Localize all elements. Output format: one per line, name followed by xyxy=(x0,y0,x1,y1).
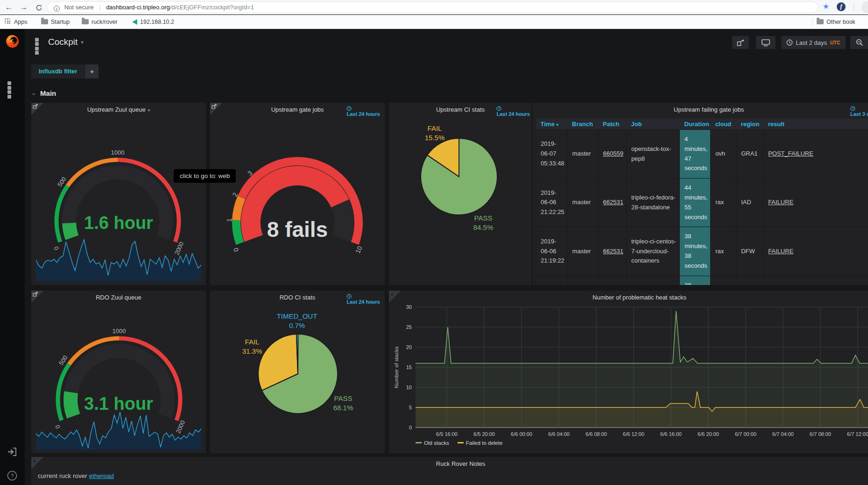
etherpad-link[interactable]: etherpad xyxy=(89,472,114,479)
gate-jobs-gauge: 012310 xyxy=(210,103,385,285)
bookmark-ruck-rover[interactable]: ruck/rover xyxy=(82,15,118,29)
svg-text:5: 5 xyxy=(409,405,412,410)
dashboard-header: Cockpit ▾ xyxy=(35,35,84,49)
column-header-region[interactable]: region xyxy=(736,119,763,130)
svg-text:15: 15 xyxy=(406,364,412,370)
cell-job: tripleo-ci-centos-7-undercloud-container… xyxy=(626,227,679,276)
panel-time-label[interactable]: Last 24 hours xyxy=(346,106,380,117)
share-button[interactable] xyxy=(732,36,749,49)
panel-heat-stacks: i Number of problematic heat stacks 0510… xyxy=(389,291,868,453)
column-header-cloud[interactable]: cloud xyxy=(711,119,736,130)
row-header-main[interactable]: ⌄ Main xyxy=(31,87,56,99)
cell-result[interactable]: FAILURE xyxy=(763,276,868,285)
bookmark-startup[interactable]: Startup xyxy=(41,15,70,29)
svg-text:6/7 00:00: 6/7 00:00 xyxy=(735,431,756,437)
failing-jobs-table: Time▾BranchPatchJobDurationcloudregionre… xyxy=(536,119,868,285)
dashboards-nav-icon[interactable] xyxy=(7,81,16,92)
svg-text:6/7 12:00: 6/7 12:00 xyxy=(847,431,868,437)
panel-title[interactable]: Upstream failing gate jobs xyxy=(533,106,868,113)
pie-slice-label: FAIL15.5% xyxy=(425,124,445,143)
svg-text:Number of stacks: Number of stacks xyxy=(394,346,399,388)
svg-text:10: 10 xyxy=(406,385,412,390)
cell-region: IAD xyxy=(736,178,763,227)
svg-text:20: 20 xyxy=(406,344,412,350)
zoom-out-button[interactable] xyxy=(850,36,868,49)
url-bar[interactable]: i Not secure | dashboard-ci.tripleo.org/… xyxy=(47,1,818,13)
panel-title[interactable]: Upstream Zuul queue▾ xyxy=(31,106,206,113)
tooltip: click to go to: web xyxy=(174,169,236,183)
add-filter-button[interactable]: + xyxy=(85,64,99,78)
notes-text: current ruck rover etherpad xyxy=(38,472,114,479)
cell-duration: 44 minutes, 55 seconds xyxy=(679,178,710,227)
svg-text:6/6 12:00: 6/6 12:00 xyxy=(623,431,644,437)
reload-icon[interactable] xyxy=(33,1,45,14)
svg-text:500: 500 xyxy=(56,176,68,188)
pie-slice-label: TIMED_OUT0.7% xyxy=(277,312,318,331)
cell-region: DFW xyxy=(736,227,763,276)
cell-result[interactable]: FAILURE xyxy=(763,178,868,227)
help-icon[interactable]: ? xyxy=(7,471,17,481)
sort-caret-icon: ▾ xyxy=(557,122,559,127)
cell-patch[interactable]: 662531 xyxy=(598,227,626,276)
bookmark-ip[interactable]: 192.168.10.2 xyxy=(132,15,174,29)
panel-upstream-zuul-queue: Upstream Zuul queue▾ 050010002000 1.6 ho… xyxy=(31,103,206,285)
chevron-down-icon[interactable]: ▾ xyxy=(81,39,84,45)
svg-text:2: 2 xyxy=(231,191,239,198)
cell-branch: master xyxy=(567,276,598,285)
apps-grid-icon xyxy=(5,18,11,25)
cell-time: 2019-06-06 21:19:22 xyxy=(536,227,568,276)
svg-text:500: 500 xyxy=(57,354,69,366)
tv-mode-button[interactable] xyxy=(756,36,776,49)
panel-time-label[interactable]: Last 24 hours xyxy=(496,106,530,117)
cell-region: ORD xyxy=(736,276,763,285)
cell-patch[interactable]: 662531 xyxy=(598,276,626,285)
forward-icon[interactable]: → xyxy=(18,1,30,14)
folder-icon xyxy=(817,19,824,24)
dashboard-title[interactable]: Cockpit xyxy=(48,37,78,47)
panel-rdo-ci-stats: RDO CI stats Last 24 hours PASS68.1%FAIL… xyxy=(210,291,385,453)
zuul-queue-gauge: 050010002000 xyxy=(31,103,206,285)
svg-text:6/5 16:00: 6/5 16:00 xyxy=(436,431,458,437)
svg-text:6/6 04:00: 6/6 04:00 xyxy=(548,431,570,437)
svg-text:1000: 1000 xyxy=(111,149,125,156)
submenu: Influxdb filter + xyxy=(31,64,99,78)
column-header-job[interactable]: Job xyxy=(626,119,679,130)
time-range-button[interactable]: Last 2 days UTC xyxy=(781,36,846,49)
legend-item[interactable]: Failed to delete xyxy=(458,440,503,446)
table-row: 2019-06-06 21:19:07master662531tripleo-c… xyxy=(536,276,868,285)
cell-result[interactable]: FAILURE xyxy=(763,227,868,276)
panel-title[interactable]: Ruck Rover Notes xyxy=(31,460,868,467)
apps-shortcut[interactable]: Apps xyxy=(5,15,28,29)
cell-result[interactable]: POST_FAILURE xyxy=(763,130,868,178)
svg-text:2000: 2000 xyxy=(173,241,185,256)
column-header-branch[interactable]: Branch xyxy=(567,119,598,130)
page-info-icon[interactable]: i xyxy=(54,6,60,12)
panel-title[interactable]: RDO Zuul queue xyxy=(31,294,206,301)
grafana-logo-icon[interactable] xyxy=(5,34,20,49)
table-row: 2019-06-06 21:22:25master662531tripleo-c… xyxy=(536,178,868,227)
back-icon[interactable]: ← xyxy=(3,1,15,14)
cell-patch[interactable]: 660559 xyxy=(598,130,626,178)
cell-region: GRA1 xyxy=(736,130,763,178)
bookmarks-bar: Apps Startup ruck/rover 192.168.10.2 Oth… xyxy=(0,15,868,29)
column-header-duration[interactable]: Duration xyxy=(679,119,710,130)
cell-job: openstack-tox-pep8 xyxy=(626,130,679,178)
cell-time: 2019-06-07 05:33:48 xyxy=(536,130,568,178)
bookmark-star-icon[interactable]: ★ xyxy=(823,2,829,11)
other-bookmarks[interactable]: Other book xyxy=(817,15,868,29)
legend-item[interactable]: Old stacks xyxy=(416,440,449,446)
column-header-patch[interactable]: Patch xyxy=(598,119,626,130)
panel-time-label[interactable]: Last 24 hours xyxy=(346,294,380,305)
profile-avatar[interactable] xyxy=(862,1,868,13)
heat-stacks-chart: 0510152025306/5 16:006/5 20:006/6 00:006… xyxy=(389,291,868,449)
folder-icon xyxy=(82,19,89,24)
upstream-ci-pie xyxy=(389,103,532,285)
column-header-time[interactable]: Time▾ xyxy=(536,119,568,130)
panel-time-label[interactable]: Last 3 days xyxy=(850,106,868,117)
fedora-extension-icon[interactable]: f xyxy=(837,2,846,11)
sign-in-icon[interactable] xyxy=(7,447,17,456)
cell-patch[interactable]: 662531 xyxy=(598,178,626,227)
influxdb-filter-button[interactable]: Influxdb filter xyxy=(31,64,85,78)
column-header-result[interactable]: result xyxy=(763,119,868,130)
panel-title[interactable]: Number of problematic heat stacks xyxy=(389,294,868,301)
